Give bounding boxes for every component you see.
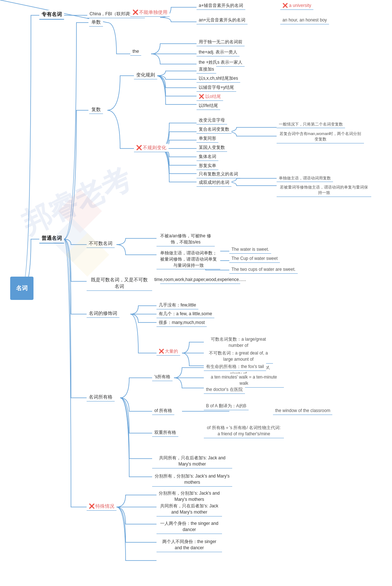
root-node: 名词 xyxy=(10,277,33,300)
double-desc: of 所有格＋'s 所有格/ 名词性物主代词: a friend of my f… xyxy=(204,424,284,438)
special-0: 分别所有，分别加's: Jack's and Mary's mothers xyxy=(157,490,222,504)
irr-7: 成双成对的名词 xyxy=(197,179,231,187)
large-0: 可数名词复数：a large/great number of xyxy=(204,336,273,350)
cannot-alone-node: ❌ 不能单独使用 xyxy=(130,8,170,17)
both-countable-example: time,room,work,hair,paper,wood,experienc… xyxy=(160,276,240,284)
large-1: 不可数名词：a great deal of, a large amount of xyxy=(204,349,273,364)
the-node: the xyxy=(130,47,141,56)
special-noun-node: 专有名词 xyxy=(39,10,64,20)
both-countable-node: 既是可数名词，又是不可数名词 xyxy=(87,276,152,291)
root-label: 名词 xyxy=(16,284,28,292)
uncountable-ex-0: The water is sweet. xyxy=(229,246,271,254)
an-example-node: an hour, an honest boy xyxy=(280,16,329,24)
plural-rule-3: ❌ 以o结尾 xyxy=(197,93,223,101)
compound-note-0: 一般情况下，只将第二个名词变复数 xyxy=(277,121,345,128)
plural-rule-0: 直接加s xyxy=(197,66,216,74)
joint-node: 共同所有，只在后者加's: Jack and Mary's mother xyxy=(152,454,232,468)
an-rule-node: an+元音音素开头的名词 xyxy=(197,16,248,24)
modifier-node: 名词的修饰词 xyxy=(87,309,119,318)
pair-note-1: 若被量词等修饰做主语，谓语动词的单复与量词保持一致 xyxy=(277,184,371,197)
possessive-node: 名词所有格 xyxy=(87,393,115,401)
the-rule1: 用于独一无二的名词前 xyxy=(197,38,245,46)
a-rule-node: a+辅音音素开头的名词 xyxy=(197,2,245,10)
pair-note-0: 单独做主语，谓语动词用复数 xyxy=(277,175,333,182)
singular-node: 单数 xyxy=(89,18,103,27)
s-poss-1: a ten minutes' walk = a ten-minute walk xyxy=(204,373,284,388)
special-noun-label: 专有名词 xyxy=(41,11,62,18)
special-2: 两个人不同身份：the singer and the dancer xyxy=(157,538,222,552)
common-noun-label: 普通名词 xyxy=(41,235,62,242)
double-possessive-node: 双重所有格 xyxy=(152,429,178,437)
of-example: the window of the classroom xyxy=(273,407,332,415)
mind-map: 邦睿老考 xyxy=(0,0,392,586)
special-cases-node: ❌ 特殊情况 xyxy=(87,502,116,511)
special-1: 一人两个身份：the singer and dancer xyxy=(157,520,222,534)
uncountable-ex-1: The Cup of water sweet xyxy=(229,255,280,263)
a-example-node: ❌ a university xyxy=(280,2,313,10)
common-noun-node: 普通名词 xyxy=(39,234,64,243)
plural-rule-4: 以f/fe结尾 xyxy=(197,102,220,110)
uncountable-rule-1: 单独做主语，谓语动词单数；被量词修饰，请谓语动词单复与量词保持一致 xyxy=(157,249,220,269)
plural-rule-2: 以辅音字母+y结尾 xyxy=(197,84,236,92)
the-rule2: the+adj. 表示一类人 xyxy=(197,48,239,56)
irr-3: 某国人变复数 xyxy=(197,144,227,152)
of-possessive-node: of 所有格 xyxy=(152,407,174,415)
irr-6: 只有复数意义的名词 xyxy=(197,170,240,178)
s-possessive-node: 's所有格 xyxy=(152,373,173,381)
modifier-1: 有几个：a few, a little,some xyxy=(157,310,214,318)
irr-0: 改变元音字母 xyxy=(197,116,227,124)
s-poss-2: the doctor's 在医院 xyxy=(204,386,245,394)
irr-5: 形复实单 xyxy=(197,162,218,170)
irr-4: 集体名词 xyxy=(197,153,218,161)
irr-2: 单复同形 xyxy=(197,135,218,143)
irregular-node: ❌ 不规则变化 xyxy=(134,144,169,152)
plural-rule-1: 以s,x,ch,sh结尾加es xyxy=(197,75,240,83)
of-desc: B of A 翻译为：A的B xyxy=(204,402,249,410)
uncountable-rule-0: 不被a/an修饰，可被the 修饰，不能加s/es xyxy=(157,232,215,246)
separate-node: 分别所有，分别加's: Jack's and Mary's mothers xyxy=(152,472,232,487)
special-case-shared: 共同所有，只在后者加's: Jack and Mary's mother xyxy=(157,502,222,516)
plural-node: 复数 xyxy=(89,106,103,114)
s-poss-0: 有生命的所有格：the fox's tail xyxy=(204,363,266,371)
uncountable-ex-2: The two cups of water are sweet. xyxy=(229,266,298,274)
large-amount-node: ❌ 大量的 xyxy=(157,348,180,356)
irr-1: 复合名词变复数 xyxy=(197,126,231,134)
watermark-text: 邦睿老考 xyxy=(15,159,138,244)
svg-marker-0 xyxy=(58,189,102,233)
modifier-2: 很多：many,much,most xyxy=(157,319,207,327)
compound-note-1: 若复合词中含有man,woman时，两个名词分别变复数 xyxy=(277,130,364,143)
change-rule-node: 变化规则 xyxy=(134,71,157,79)
uncountable-node: 不可数名词 xyxy=(87,239,115,248)
modifier-0: 几乎没有：few,little xyxy=(157,301,198,309)
